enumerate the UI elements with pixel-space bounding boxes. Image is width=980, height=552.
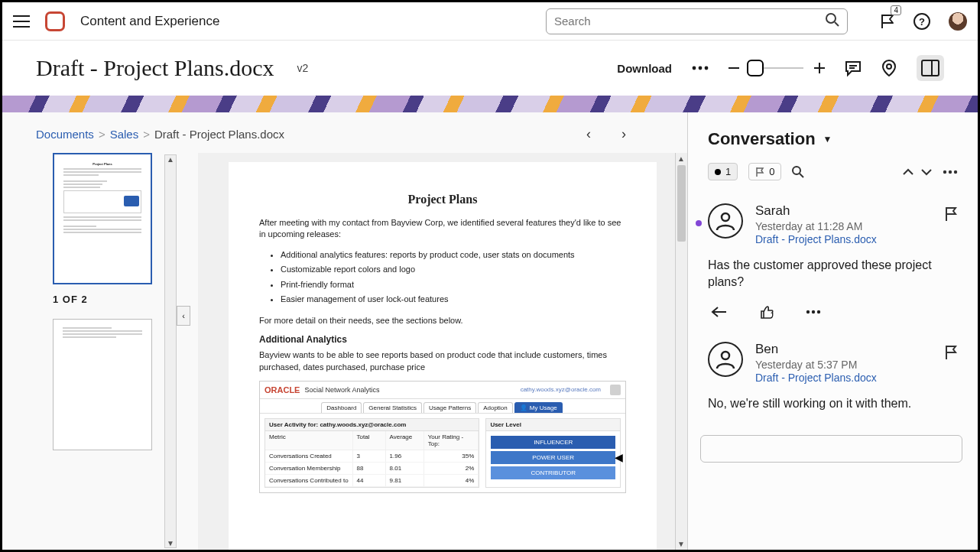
embed-tab: Usage Patterns	[423, 402, 476, 413]
message-attachment-link[interactable]: Draft - Project Plans.docx	[755, 372, 877, 384]
flagged-filter[interactable]: 0	[748, 163, 781, 180]
zoom-in-button[interactable]	[814, 63, 825, 73]
embed-tab: General Statistics	[363, 402, 422, 413]
zoom-control	[729, 63, 825, 73]
breadcrumb-root[interactable]: Documents	[36, 128, 94, 141]
doc-title: Draft - Project Plans.docx	[36, 55, 274, 81]
doc-viewer[interactable]: ▲▼ Project Plans After meeting with my c…	[198, 153, 687, 550]
page-indicator: 1 OF 2	[53, 294, 152, 305]
more-actions-icon[interactable]	[692, 66, 709, 70]
conv-search-icon[interactable]	[792, 166, 804, 178]
svg-line-19	[800, 174, 803, 177]
svg-point-23	[722, 213, 729, 221]
svg-point-24	[806, 310, 810, 313]
svg-point-27	[722, 352, 729, 359]
search-icon[interactable]	[826, 13, 839, 30]
user-avatar[interactable]	[949, 12, 967, 31]
app-title: Content and Experience	[80, 14, 219, 29]
unread-filter[interactable]: 1	[708, 163, 738, 180]
embed-title: Social Network Analytics	[304, 386, 379, 394]
zoom-slider[interactable]	[750, 67, 803, 69]
thumbnail-page-2[interactable]	[53, 319, 152, 450]
zoom-handle[interactable]	[747, 60, 764, 76]
reply-input[interactable]	[700, 435, 962, 463]
msg-more-icon[interactable]	[806, 310, 821, 314]
svg-rect-16	[922, 60, 939, 76]
svg-point-22	[954, 170, 957, 173]
breadcrumb: Documents > Sales > Draft - Project Plan…	[2, 126, 687, 153]
avatar-icon	[708, 203, 743, 239]
message-body: No, we're still working on it with them.	[708, 395, 958, 412]
next-message-icon[interactable]	[921, 168, 932, 176]
brand-logo	[45, 11, 65, 31]
doc-para2: Bayview wants to be able to see reports …	[259, 349, 626, 373]
message-attachment-link[interactable]: Draft - Project Plans.docx	[755, 233, 877, 245]
embedded-screenshot: ORACLE Social Network Analytics cathy.wo…	[259, 381, 626, 493]
message-flag-icon[interactable]	[944, 206, 958, 225]
conversation-dropdown-icon[interactable]: ▼	[823, 134, 832, 144]
prev-page-icon[interactable]: ‹	[586, 126, 591, 142]
embed-table: User Activity for: cathy.woods.xyz@oracl…	[264, 418, 479, 488]
menu-icon[interactable]	[13, 15, 30, 28]
svg-point-9	[705, 67, 709, 70]
message-item: Ben Yesterday at 5:37 PM Draft - Project…	[688, 336, 978, 429]
svg-line-4	[835, 22, 839, 26]
thumbnail-panel: ▲▼ Project Plans	[36, 153, 174, 550]
doc-page: Project Plans After meeting with my cont…	[229, 162, 657, 550]
doc-scrollbar[interactable]: ▲▼	[675, 153, 687, 550]
breadcrumb-mid[interactable]: Sales	[110, 128, 139, 141]
notifications-icon[interactable]: 4	[880, 13, 895, 30]
message-author: Sarah	[755, 203, 877, 219]
search-input[interactable]	[554, 15, 826, 28]
collapse-thumbs-icon[interactable]: ‹	[177, 306, 190, 326]
prev-message-icon[interactable]	[903, 168, 913, 176]
unread-indicator	[696, 220, 702, 226]
breadcrumb-current: Draft - Project Plans.docx	[154, 128, 284, 141]
next-page-icon[interactable]: ›	[621, 126, 626, 142]
svg-point-7	[693, 67, 696, 70]
flag-icon	[755, 167, 764, 177]
avatar-icon	[708, 342, 743, 377]
svg-text:?: ?	[919, 16, 925, 28]
svg-point-3	[826, 14, 836, 23]
message-body: Has the customer approved these project …	[708, 257, 958, 291]
like-icon[interactable]	[760, 305, 774, 319]
svg-point-8	[699, 67, 703, 70]
global-header: Content and Experience 4 ?	[2, 2, 978, 41]
conv-more-icon[interactable]	[943, 170, 958, 174]
doc-version: v2	[297, 62, 309, 74]
message-time: Yesterday at 5:37 PM	[755, 359, 877, 371]
reply-icon[interactable]	[711, 306, 728, 318]
embed-logo: ORACLE	[264, 385, 300, 395]
notification-badge: 4	[891, 5, 901, 15]
embed-tab-active: 👤 My Usage	[514, 402, 563, 413]
message-author: Ben	[755, 342, 877, 357]
conversation-title: Conversation	[708, 129, 816, 149]
embed-tab: Adoption	[478, 402, 513, 413]
decorative-banner	[2, 96, 978, 112]
embed-avatar-icon	[610, 385, 621, 395]
thumbnail-page-1[interactable]: Project Plans	[53, 153, 152, 284]
download-button[interactable]: Download	[617, 62, 672, 75]
help-icon[interactable]: ?	[913, 13, 930, 30]
doc-subheading: Additional Analytics	[259, 334, 626, 345]
global-search[interactable]	[546, 8, 848, 34]
doc-followup: For more detail on their needs, see the …	[259, 315, 626, 326]
message-flag-icon[interactable]	[944, 345, 958, 363]
sidepanel-toggle-icon[interactable]	[917, 55, 944, 81]
thumb-scrollbar[interactable]: ▲▼	[164, 154, 177, 548]
svg-point-15	[887, 64, 891, 69]
embed-tab: Dashboard	[321, 402, 362, 413]
svg-point-26	[817, 310, 820, 313]
doc-bullets: Additional analytics features: reports b…	[281, 248, 626, 306]
svg-point-25	[812, 310, 815, 313]
svg-point-20	[943, 170, 946, 173]
location-icon[interactable]	[881, 59, 897, 77]
zoom-out-button[interactable]	[729, 63, 739, 73]
conversation-icon[interactable]	[845, 60, 862, 76]
embed-user-level: User Level INFLUENCER POWER USER◀ CONTRI…	[485, 418, 621, 488]
message-time: Yesterday at 11:28 AM	[755, 220, 877, 232]
doc-toolbar: Draft - Project Plans.docx v2 Download	[2, 41, 978, 96]
embed-user: cathy.woods.xyz@oracle.com	[521, 386, 601, 393]
message-item: Sarah Yesterday at 11:28 AM Draft - Proj…	[688, 197, 978, 336]
